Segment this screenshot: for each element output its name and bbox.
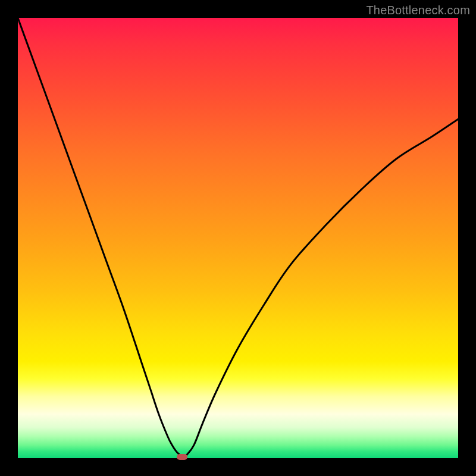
watermark-text: TheBottleneck.com xyxy=(366,4,470,17)
curve-layer xyxy=(18,18,458,458)
optimal-point-marker xyxy=(177,454,187,460)
bottleneck-curve xyxy=(18,18,458,458)
chart-frame: TheBottleneck.com xyxy=(0,0,476,476)
